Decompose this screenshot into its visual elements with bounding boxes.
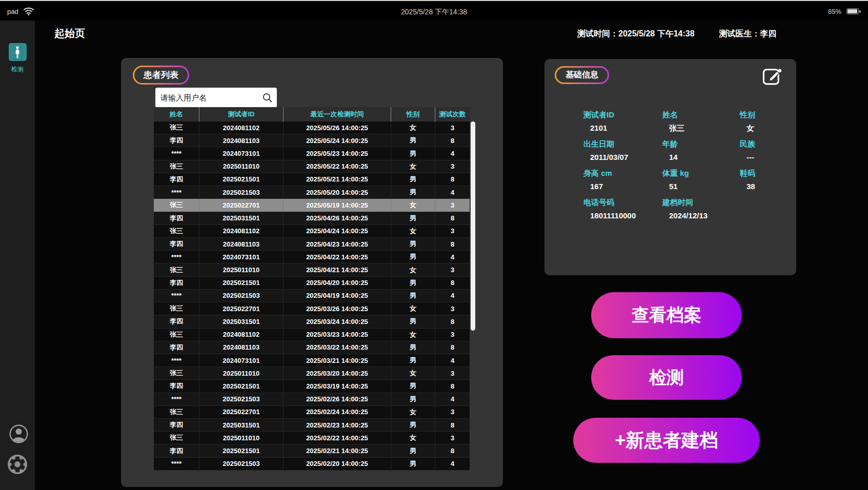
patient-list-title: 患者列表 bbox=[133, 66, 189, 85]
table-cell: 2025011010 bbox=[199, 160, 284, 173]
table-cell: 张三 bbox=[154, 406, 199, 418]
table-row[interactable]: 李四20250215012025/04/20 14:00:25男8 bbox=[154, 277, 470, 290]
table-cell: 2025011010 bbox=[199, 263, 284, 276]
table-cell: 张三 bbox=[154, 199, 199, 211]
table-row[interactable]: 李四20250215012025/03/19 14:00:25男8 bbox=[154, 380, 470, 393]
table-row[interactable]: ****20240731012025/05/23 14:00:25男4 bbox=[154, 147, 470, 160]
table-cell: 2025/04/24 14:00:25 bbox=[284, 225, 391, 237]
table-cell: 2025021503 bbox=[199, 393, 284, 405]
table-cell: **** bbox=[154, 290, 199, 302]
table-cell: 8 bbox=[435, 444, 470, 457]
table-cell: 3 bbox=[435, 121, 470, 134]
table-row[interactable]: 李四20240811032025/03/22 14:00:25男8 bbox=[154, 341, 470, 354]
patient-table: 姓名测试者ID最近一次检测时间性别测试次数 张三20240811022025/0… bbox=[154, 107, 470, 471]
test-doctor: 测试医生：李四 bbox=[719, 29, 777, 39]
table-row[interactable]: 张三20250110102025/03/20 14:00:25女3 bbox=[154, 367, 470, 380]
table-row[interactable]: 张三20250227012025/03/26 14:00:25女3 bbox=[154, 302, 470, 315]
basic-info-grid: 测试者ID2101姓名张三性别女出生日期2011/03/07年龄14民族---身… bbox=[583, 110, 796, 227]
table-cell: 2025/05/26 14:00:25 bbox=[284, 121, 391, 134]
table-cell: 2024081103 bbox=[199, 134, 284, 147]
table-row[interactable]: ****20250215032025/04/19 14:00:25男4 bbox=[154, 290, 470, 302]
table-cell: 李四 bbox=[154, 134, 199, 147]
table-cell: 2025/02/21 14:00:25 bbox=[284, 444, 391, 457]
table-row[interactable]: 张三20240811022025/03/23 14:00:25女3 bbox=[154, 329, 470, 341]
battery-icon bbox=[846, 8, 859, 14]
table-row[interactable]: 张三20240811022025/04/24 14:00:25女3 bbox=[154, 225, 470, 238]
column-header: 最近一次检测时间 bbox=[284, 107, 391, 121]
table-row[interactable]: 李四20250315012025/02/23 14:00:25男8 bbox=[154, 419, 470, 432]
table-cell: 女 bbox=[391, 367, 435, 379]
settings-gear-button[interactable] bbox=[8, 455, 27, 474]
table-cell: 3 bbox=[435, 160, 470, 173]
table-row[interactable]: 张三20240811022025/05/26 14:00:25女3 bbox=[154, 121, 470, 134]
table-cell: 张三 bbox=[154, 121, 199, 134]
table-cell: 张三 bbox=[154, 302, 199, 315]
table-cell: 8 bbox=[435, 134, 470, 147]
table-row[interactable]: 张三20250110102025/04/21 14:00:25女3 bbox=[154, 263, 470, 276]
table-cell: 2025021501 bbox=[199, 173, 284, 186]
info-field-value: 2101 bbox=[583, 124, 662, 132]
table-cell: 2024081103 bbox=[199, 238, 284, 250]
table-cell: 李四 bbox=[154, 173, 199, 186]
table-cell: 李四 bbox=[154, 341, 199, 354]
info-field: 建档时间2024/12/13 bbox=[662, 198, 740, 227]
table-cell: 男 bbox=[391, 186, 435, 198]
table-cell: 2025011010 bbox=[199, 367, 284, 379]
table-cell: 男 bbox=[391, 341, 435, 354]
table-cell: 4 bbox=[435, 186, 470, 198]
table-cell: 2024081102 bbox=[199, 121, 284, 134]
table-cell: 2025/04/22 14:00:25 bbox=[284, 251, 391, 263]
edit-pencil-button[interactable] bbox=[762, 67, 782, 85]
search-input[interactable] bbox=[155, 88, 277, 108]
table-cell: 2025/04/23 14:00:25 bbox=[284, 238, 391, 250]
table-cell: 男 bbox=[391, 354, 435, 366]
table-row[interactable]: 张三20250110102025/02/22 14:00:25女3 bbox=[154, 432, 470, 444]
info-field-label: 建档时间 bbox=[662, 198, 740, 208]
table-cell: 2025/05/23 14:00:25 bbox=[284, 147, 391, 159]
table-cell: 女 bbox=[391, 199, 435, 211]
table-row[interactable]: 李四20240811032025/04/23 14:00:25男8 bbox=[154, 238, 470, 251]
table-row[interactable]: 李四20250215012025/05/21 14:00:25男8 bbox=[154, 173, 470, 186]
table-cell: 男 bbox=[391, 458, 435, 470]
status-datetime: 2025/5/28 下午14:38 bbox=[0, 8, 868, 17]
table-row[interactable]: 李四20250315012025/04/26 14:00:25男8 bbox=[154, 212, 470, 225]
table-row[interactable]: ****20250215032025/05/20 14:00:25男4 bbox=[154, 186, 470, 199]
info-field-label: 出生日期 bbox=[583, 139, 662, 149]
table-cell: 2025/05/22 14:00:25 bbox=[284, 160, 391, 173]
table-row[interactable]: 张三20250110102025/05/22 14:00:25女3 bbox=[154, 160, 470, 173]
table-row[interactable]: ****20240731012025/03/21 14:00:25男4 bbox=[154, 354, 470, 367]
table-row[interactable]: ****20250215032025/02/20 14:00:25男4 bbox=[154, 458, 470, 471]
table-cell: 女 bbox=[391, 263, 435, 276]
column-header: 测试者ID bbox=[199, 107, 284, 121]
view-archive-button[interactable]: 查看档案 bbox=[591, 292, 742, 338]
table-cell: 2025021501 bbox=[199, 380, 284, 392]
info-field-label: 鞋码 bbox=[740, 169, 796, 178]
table-cell: 2024073101 bbox=[199, 251, 284, 263]
table-row[interactable]: ****20250215032025/02/26 14:00:25男4 bbox=[154, 393, 470, 406]
table-row[interactable]: 张三20250227012025/02/24 14:00:25女3 bbox=[154, 406, 470, 419]
table-cell: 女 bbox=[391, 225, 435, 237]
table-cell: 2025/03/26 14:00:25 bbox=[284, 302, 391, 315]
table-cell: **** bbox=[154, 186, 199, 198]
table-cell: 2025031501 bbox=[199, 212, 284, 224]
table-row[interactable]: 李四20250215012025/02/21 14:00:25男8 bbox=[154, 444, 470, 457]
detect-button[interactable]: 检测 bbox=[591, 355, 742, 400]
table-row[interactable]: 李四20240811032025/05/24 14:00:25男8 bbox=[154, 134, 470, 147]
table-row[interactable]: 张三20250227012025/05/19 14:00:25女3 bbox=[154, 199, 470, 212]
info-field: 电话号码18011110000 bbox=[583, 198, 662, 227]
new-patient-button[interactable]: +新患者建档 bbox=[573, 418, 760, 463]
table-row[interactable]: ****20240731012025/04/22 14:00:25男4 bbox=[154, 251, 470, 263]
info-field-label: 性别 bbox=[740, 110, 796, 120]
table-cell: 2025/04/21 14:00:25 bbox=[284, 263, 391, 276]
table-scrollbar-thumb[interactable] bbox=[471, 121, 475, 331]
sidebar-item-detect[interactable]: 检测 bbox=[0, 43, 35, 74]
table-cell: **** bbox=[154, 251, 199, 263]
table-cell: 3 bbox=[435, 329, 470, 341]
person-icon bbox=[9, 43, 27, 61]
table-cell: 李四 bbox=[154, 419, 199, 431]
profile-button[interactable] bbox=[9, 424, 28, 443]
table-row[interactable]: 李四20250315012025/03/24 14:00:25男8 bbox=[154, 315, 470, 328]
search-icon[interactable] bbox=[262, 92, 273, 105]
patient-table-header: 姓名测试者ID最近一次检测时间性别测试次数 bbox=[154, 107, 470, 121]
table-cell: 3 bbox=[435, 199, 470, 211]
